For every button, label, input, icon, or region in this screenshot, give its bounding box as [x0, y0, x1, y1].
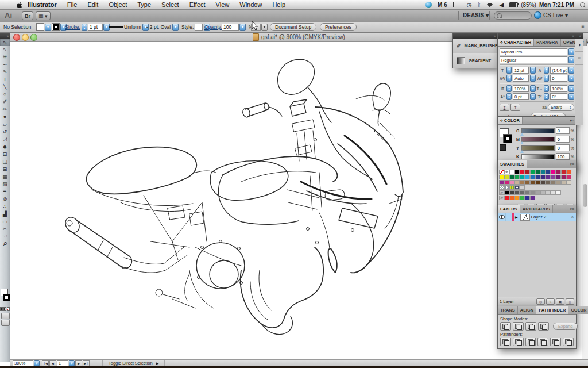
swatch[interactable] — [504, 190, 509, 195]
layer-lock-toggle[interactable] — [506, 213, 512, 221]
vscale-field[interactable]: 100% — [513, 85, 529, 92]
strikethrough-button[interactable]: T — [510, 103, 520, 111]
blob-brush-tool[interactable]: ● — [0, 113, 10, 121]
slider-handle[interactable] — [520, 133, 524, 136]
crop-button[interactable] — [537, 338, 548, 346]
swatch[interactable] — [556, 175, 561, 179]
preferences-button[interactable]: Preferences — [320, 23, 357, 31]
swatch[interactable] — [514, 190, 520, 195]
swatches-panel-menu-icon[interactable]: ▾≡ — [570, 160, 576, 168]
free-transform-tool[interactable]: ⊡ — [0, 151, 10, 158]
swatch[interactable] — [509, 170, 514, 174]
gradient-panel-button[interactable]: GRADIENT — [453, 53, 497, 68]
swatch[interactable] — [535, 175, 540, 179]
swatch[interactable] — [551, 170, 556, 174]
tab-pf-color[interactable]: COLOR — [568, 306, 588, 314]
swatch[interactable] — [540, 175, 546, 179]
channel-value-Y[interactable]: 0 — [556, 144, 570, 151]
brush-dropdown[interactable]: ▼ — [172, 24, 179, 31]
screen-mode-button[interactable] — [1, 320, 10, 326]
swatch[interactable] — [535, 170, 540, 174]
baseline-stepper[interactable]: ▲▼ — [506, 93, 512, 100]
wifi-icon[interactable] — [486, 0, 493, 9]
merge-button[interactable] — [525, 338, 536, 346]
swatch[interactable] — [556, 170, 561, 174]
pencil-tool[interactable]: ✏ — [0, 106, 10, 113]
slice-tool[interactable]: ✂ — [0, 225, 10, 233]
magic-wand-tool[interactable]: ✳ — [0, 53, 10, 61]
tab-layers-menu-icon[interactable]: ▾≡ — [570, 205, 576, 213]
hscale-stepper[interactable]: ▲▼ — [544, 85, 549, 92]
swatch[interactable] — [530, 175, 535, 179]
appearance-panel-icon[interactable]: ◑ — [575, 39, 583, 52]
none-mode-button[interactable] — [7, 307, 10, 311]
rotation-field[interactable]: 0° — [550, 93, 567, 100]
divide-button[interactable] — [500, 338, 511, 346]
font-style-dropdown[interactable]: ▼ — [568, 56, 574, 63]
font-size-field[interactable]: 12 pt — [513, 67, 529, 74]
swatch[interactable] — [566, 175, 571, 179]
status-flyout-arrow[interactable]: ▶ — [156, 361, 159, 365]
menu-type[interactable]: Type — [132, 0, 156, 9]
swatch[interactable] — [551, 175, 556, 179]
make-clipping-mask-button[interactable]: ◎ — [536, 298, 545, 305]
type-tool[interactable]: T — [0, 76, 10, 83]
tab-pf-pathfinder[interactable]: PATHFINDER — [536, 306, 568, 314]
trim-button[interactable] — [513, 338, 524, 346]
apple-icon[interactable] — [16, 2, 22, 8]
menu-view[interactable]: View — [211, 0, 235, 9]
app-search-input[interactable] — [494, 12, 532, 20]
fill-color-swatch[interactable] — [36, 23, 44, 31]
battery-icon[interactable] — [509, 0, 518, 9]
color-group-folder[interactable]: ▱ — [499, 190, 504, 195]
swatch[interactable] — [520, 180, 525, 185]
workspace-switcher[interactable]: DEASIS ▾ — [463, 12, 489, 18]
sync-globe-icon[interactable] — [425, 0, 432, 9]
tab-swatches[interactable]: SWATCHES — [498, 160, 527, 168]
shape-builder-tool[interactable]: ◱ — [0, 158, 10, 166]
fill-stroke-control[interactable] — [1, 289, 9, 304]
pat-checker-swatch[interactable] — [499, 185, 504, 190]
swatch[interactable] — [530, 170, 535, 174]
antialias-select[interactable]: Sharp↕ — [548, 103, 574, 111]
swatch[interactable] — [520, 170, 525, 174]
swatch[interactable] — [566, 170, 571, 174]
mesh-tool[interactable]: ▦ — [0, 173, 10, 181]
font-style-field[interactable]: Regular — [500, 56, 567, 63]
control-bar-menu-icon[interactable]: ≣ — [581, 22, 585, 32]
font-size-stepper[interactable]: ▲▼ — [506, 67, 512, 74]
symbol-sprayer-tool[interactable]: ∴ — [0, 203, 10, 210]
swatch[interactable] — [535, 190, 540, 195]
cs-live-button[interactable]: CS Live ▾ — [534, 12, 568, 19]
kerning-field[interactable]: Auto — [513, 75, 529, 82]
pat-circle-swatch[interactable] — [514, 185, 520, 190]
eraser-tool[interactable]: ▱ — [0, 121, 10, 128]
swatch[interactable] — [514, 180, 520, 185]
tab-char-paragra[interactable]: PARAGRA — [534, 39, 560, 46]
panel-dock-header[interactable]: ··» — [498, 33, 576, 39]
blend-tool[interactable]: ⊚ — [0, 195, 10, 203]
eyedropper-tool[interactable]: ✒ — [0, 188, 10, 195]
pen-tool[interactable]: ✎ — [0, 68, 10, 76]
scrollbar-thumb[interactable] — [583, 184, 587, 207]
swatch[interactable] — [509, 190, 514, 195]
time-machine-icon[interactable]: ◷ — [467, 0, 472, 9]
channel-value-C[interactable]: 0 — [556, 127, 570, 134]
spotlight-icon[interactable] — [580, 0, 585, 9]
scale-tool[interactable]: ◿ — [0, 136, 10, 143]
mark-brushes-panel-button[interactable]: ✐ MARK_BRUSHES — [453, 39, 497, 53]
swatch[interactable] — [520, 195, 525, 200]
swatch[interactable] — [530, 180, 535, 185]
none-swatch[interactable] — [499, 170, 504, 174]
opacity-dropdown[interactable]: ▼ — [239, 24, 246, 31]
pat-dots-swatch[interactable] — [504, 185, 509, 190]
channel-slider-C[interactable] — [521, 128, 555, 133]
intersect-button[interactable] — [525, 322, 536, 331]
tab-layers-layers[interactable]: LAYERS — [498, 205, 520, 213]
right-dock-header[interactable]: « — [575, 33, 583, 39]
swatch[interactable] — [504, 175, 509, 179]
swatch[interactable] — [520, 190, 525, 195]
style-field[interactable] — [195, 24, 203, 31]
menu-window[interactable]: Window — [234, 0, 267, 9]
tracking-dropdown[interactable]: ▼ — [568, 75, 574, 82]
